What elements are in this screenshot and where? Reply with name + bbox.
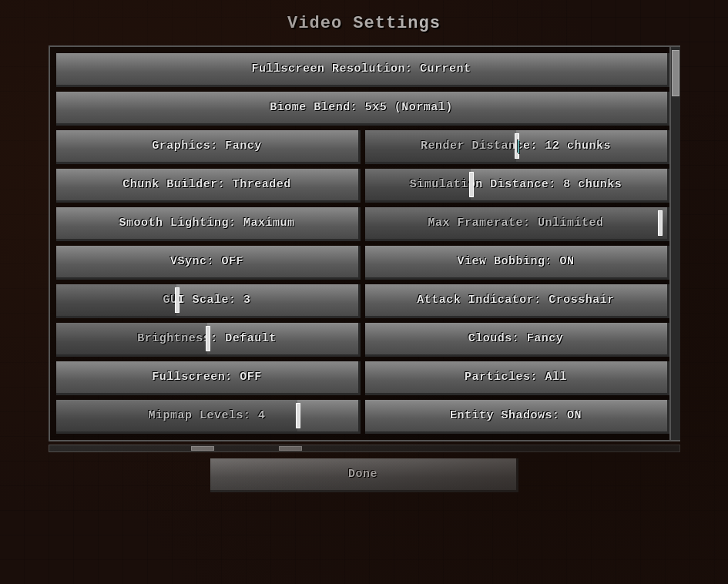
gui-scale-track bbox=[56, 284, 177, 316]
row-mipmap-shadows: Mipmap Levels: 4 Entity Shadows: ON bbox=[56, 400, 669, 434]
hscroll-thumb-right bbox=[279, 446, 302, 451]
brightness-handle[interactable] bbox=[206, 326, 210, 351]
entity-shadows-button[interactable]: Entity Shadows: ON bbox=[365, 400, 669, 434]
hscroll-thumb-left bbox=[191, 446, 214, 451]
mipmap-handle[interactable] bbox=[296, 403, 300, 428]
done-row: Done bbox=[49, 458, 680, 492]
chunk-builder-button[interactable]: Chunk Builder: Threaded bbox=[56, 169, 361, 203]
brightness-button[interactable]: Brightness: Default bbox=[56, 323, 361, 357]
render-distance-button[interactable]: Render Distance: 12 chunks bbox=[365, 130, 669, 164]
row-graphics-render: Graphics: Fancy Render Distance: 12 chun… bbox=[56, 130, 669, 164]
row-vsync-bobbing: VSync: OFF View Bobbing: ON bbox=[56, 246, 669, 280]
gui-scale-handle[interactable] bbox=[175, 287, 179, 313]
smooth-lighting-button[interactable]: Smooth Lighting: Maximum bbox=[56, 207, 361, 241]
sim-dist-handle[interactable] bbox=[469, 172, 474, 197]
particles-button[interactable]: Particles: All bbox=[365, 361, 669, 395]
render-distance-track bbox=[365, 130, 516, 162]
clouds-button[interactable]: Clouds: Fancy bbox=[365, 323, 669, 357]
mipmap-levels-button[interactable]: Mipmap Levels: 4 bbox=[56, 400, 361, 434]
scrollbar-thumb bbox=[672, 50, 679, 96]
mipmap-track bbox=[56, 400, 298, 431]
done-button[interactable]: Done bbox=[210, 458, 518, 492]
view-bobbing-button[interactable]: View Bobbing: ON bbox=[365, 246, 669, 280]
biome-blend-button[interactable]: Biome Blend: 5x5 (Normal) bbox=[56, 92, 669, 126]
row-fullscreen-particles: Fullscreen: OFF Particles: All bbox=[56, 361, 669, 395]
fullscreen-button[interactable]: Fullscreen: OFF bbox=[56, 361, 361, 395]
sim-dist-track bbox=[365, 169, 471, 200]
vsync-button[interactable]: VSync: OFF bbox=[56, 246, 361, 280]
framerate-handle[interactable] bbox=[658, 210, 663, 236]
row-chunk-simulation: Chunk Builder: Threaded Simulation Dista… bbox=[56, 169, 669, 203]
row-gui-attack: GUI Scale: 3 Attack Indicator: Crosshair bbox=[56, 284, 669, 318]
gui-scale-button[interactable]: GUI Scale: 3 bbox=[56, 284, 361, 318]
scrollbar[interactable] bbox=[669, 47, 680, 440]
graphics-button[interactable]: Graphics: Fancy bbox=[56, 130, 361, 164]
attack-indicator-button[interactable]: Attack Indicator: Crosshair bbox=[365, 284, 669, 318]
simulation-distance-button[interactable]: Simulation Distance: 8 chunks bbox=[365, 169, 669, 203]
max-framerate-button[interactable]: Max Framerate: Unlimited bbox=[365, 207, 669, 241]
settings-panel: Fullscreen Resolution: Current Biome Ble… bbox=[49, 45, 680, 441]
page-title: Video Settings bbox=[287, 14, 441, 33]
framerate-track bbox=[365, 207, 667, 239]
render-distance-handle[interactable] bbox=[515, 133, 519, 159]
row-smooth-framerate: Smooth Lighting: Maximum Max Framerate: … bbox=[56, 207, 669, 241]
brightness-track bbox=[56, 323, 207, 354]
horizontal-scrollbar[interactable] bbox=[49, 445, 680, 452]
row-brightness-clouds: Brightness: Default Clouds: Fancy bbox=[56, 323, 669, 357]
fullscreen-resolution-button[interactable]: Fullscreen Resolution: Current bbox=[56, 53, 669, 87]
